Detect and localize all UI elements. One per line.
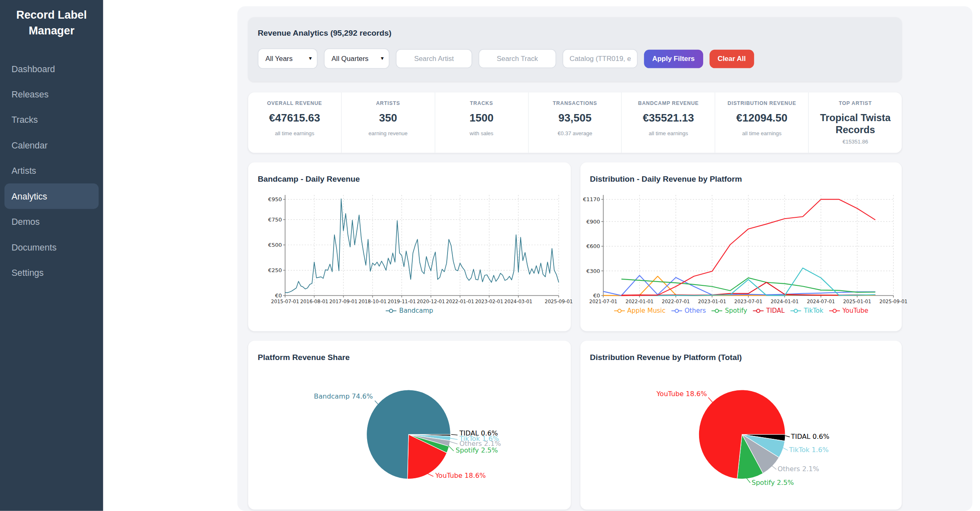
search-artist-input[interactable] bbox=[396, 49, 472, 68]
legend-label: Spotify bbox=[725, 307, 747, 314]
distribution-chart-legend: Apple MusicOthersSpotifyTIDALTikTokYouTu… bbox=[581, 307, 902, 314]
platform-share-title: Platform Revenue Share bbox=[258, 353, 350, 362]
legend-label: Others bbox=[685, 307, 706, 314]
apply-filters-button[interactable]: Apply Filters bbox=[644, 49, 703, 68]
legend-marker-icon bbox=[829, 308, 840, 313]
sidebar-item-tracks[interactable]: Tracks bbox=[5, 107, 99, 132]
catalog-input[interactable] bbox=[563, 49, 638, 68]
bandcamp-chart-legend: Bandcamp bbox=[248, 307, 571, 314]
quarter-select-value: All Quarters bbox=[332, 55, 368, 62]
stat-card-bandcamp-revenue: BANDCAMP REVENUE€35521.13all time earnin… bbox=[622, 92, 716, 153]
stat-value: €12094.50 bbox=[736, 112, 787, 125]
search-track-input[interactable] bbox=[479, 49, 556, 68]
stat-subtext: with sales bbox=[469, 130, 493, 136]
stat-label: TOP ARTIST bbox=[839, 101, 872, 107]
stat-subtext: all time earnings bbox=[742, 130, 782, 136]
sidebar-item-artists[interactable]: Artists bbox=[5, 158, 99, 183]
stat-label: OVERALL REVENUE bbox=[267, 101, 322, 107]
bandcamp-chart-card: Bandcamp - Daily Revenue Bandcamp bbox=[248, 163, 571, 331]
legend-item-youtube: YouTube bbox=[829, 307, 869, 314]
stat-value: 1500 bbox=[469, 112, 494, 125]
stat-card-tracks: TRACKS1500with sales bbox=[435, 92, 529, 153]
clear-all-button[interactable]: Clear All bbox=[709, 49, 754, 68]
stat-card-artists: ARTISTS350earning revenue bbox=[341, 92, 435, 153]
sidebar-item-analytics[interactable]: Analytics bbox=[5, 183, 99, 209]
sidebar-item-documents[interactable]: Documents bbox=[5, 234, 99, 260]
legend-marker-icon bbox=[711, 308, 722, 313]
stat-label: TRACKS bbox=[470, 101, 493, 107]
sidebar-item-settings[interactable]: Settings bbox=[5, 260, 99, 285]
sidebar-item-releases[interactable]: Releases bbox=[5, 82, 99, 107]
distribution-chart-title: Distribution - Daily Revenue by Platform bbox=[590, 175, 742, 183]
distribution-share-card: Distribution Revenue by Platform (Total) bbox=[581, 341, 902, 510]
legend-label: TikTok bbox=[804, 307, 823, 314]
stat-subtext: all time earnings bbox=[649, 130, 688, 136]
stat-value: 350 bbox=[379, 112, 397, 125]
stat-label: TRANSACTIONS bbox=[553, 101, 597, 107]
legend-item-spotify: Spotify bbox=[711, 307, 747, 314]
filters-row: All Years ▾ All Quarters ▾ Apply Filters… bbox=[258, 49, 754, 69]
bandcamp-chart-title: Bandcamp - Daily Revenue bbox=[258, 175, 360, 183]
legend-item-others: Others bbox=[671, 307, 706, 314]
stat-subtext: all time earnings bbox=[275, 130, 314, 136]
stat-card-overall-revenue: OVERALL REVENUE€47615.63all time earning… bbox=[248, 92, 342, 153]
quarter-select[interactable]: All Quarters ▾ bbox=[324, 49, 390, 69]
chevron-down-icon: ▾ bbox=[381, 55, 384, 61]
legend-marker-icon bbox=[614, 308, 624, 313]
stat-subtext: €15351.86 bbox=[842, 139, 868, 145]
filters-panel: Revenue Analytics (95,292 records) All Y… bbox=[248, 17, 902, 81]
stat-subtext: €0.37 average bbox=[558, 130, 592, 136]
stat-label: BANDCAMP REVENUE bbox=[638, 101, 699, 107]
legend-marker-icon bbox=[790, 308, 801, 313]
stat-value: €47615.63 bbox=[269, 112, 320, 125]
legend-label: Bandcamp bbox=[399, 307, 433, 314]
legend-label: YouTube bbox=[842, 307, 868, 314]
distribution-chart-card: Distribution - Daily Revenue by Platform… bbox=[581, 163, 902, 331]
stats-row: OVERALL REVENUE€47615.63all time earning… bbox=[248, 92, 902, 153]
year-select[interactable]: All Years ▾ bbox=[258, 49, 317, 69]
legend-item-tidal: TIDAL bbox=[753, 307, 785, 314]
sidebar-item-dashboard[interactable]: Dashboard bbox=[5, 56, 99, 81]
legend-item-bandcamp: Bandcamp bbox=[386, 307, 433, 314]
legend-marker-icon bbox=[671, 308, 682, 313]
sidebar: Record Label Manager DashboardReleasesTr… bbox=[0, 0, 103, 511]
legend-item-apple-music: Apple Music bbox=[614, 307, 665, 314]
stat-card-top-artist: TOP ARTISTTropical Twista Records€15351.… bbox=[809, 92, 902, 153]
filters-title: Revenue Analytics (95,292 records) bbox=[258, 29, 392, 37]
legend-item-tiktok: TikTok bbox=[790, 307, 823, 314]
legend-marker-icon bbox=[386, 308, 397, 313]
sidebar-nav: DashboardReleasesTracksCalendarArtistsAn… bbox=[0, 56, 103, 285]
legend-marker-icon bbox=[753, 308, 764, 313]
stat-label: DISTRIBUTION REVENUE bbox=[728, 101, 796, 107]
legend-label: Apple Music bbox=[627, 307, 665, 314]
app-title: Record Label Manager bbox=[0, 0, 103, 39]
chevron-down-icon: ▾ bbox=[309, 55, 312, 61]
stat-label: ARTISTS bbox=[376, 101, 400, 107]
main-panel: Revenue Analytics (95,292 records) All Y… bbox=[237, 6, 973, 511]
stat-card-transactions: TRANSACTIONS93,505€0.37 average bbox=[529, 92, 622, 153]
stat-value: €35521.13 bbox=[643, 112, 694, 125]
app-root: Record Label Manager DashboardReleasesTr… bbox=[0, 0, 980, 511]
distribution-share-title: Distribution Revenue by Platform (Total) bbox=[590, 353, 742, 362]
stat-card-distribution-revenue: DISTRIBUTION REVENUE€12094.50all time ea… bbox=[716, 92, 809, 153]
stat-value: Tropical Twista Records bbox=[809, 112, 902, 136]
stat-value: 93,505 bbox=[559, 112, 592, 125]
sidebar-item-calendar[interactable]: Calendar bbox=[5, 132, 99, 158]
year-select-value: All Years bbox=[265, 55, 293, 62]
legend-label: TIDAL bbox=[766, 307, 785, 314]
stat-subtext: earning revenue bbox=[368, 130, 407, 136]
platform-share-card: Platform Revenue Share bbox=[248, 341, 571, 510]
sidebar-item-demos[interactable]: Demos bbox=[5, 209, 99, 234]
